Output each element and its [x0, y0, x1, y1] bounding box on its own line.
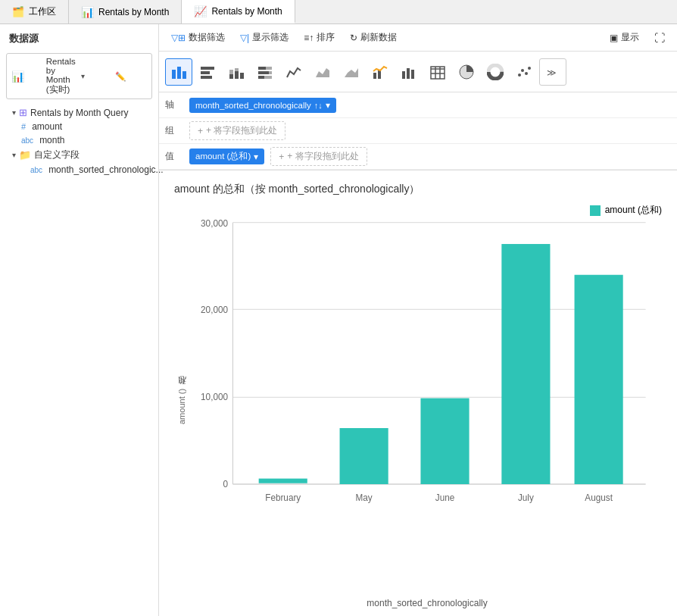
line-chart-icon: [285, 64, 302, 80]
chevron-icon-2: ▾: [12, 151, 16, 159]
svg-rect-9: [235, 68, 239, 71]
svg-rect-15: [258, 76, 264, 79]
show-filter-button[interactable]: ▽| 显示筛选: [234, 28, 295, 47]
edit-icon[interactable]: ✏️: [115, 71, 147, 82]
value-placeholder[interactable]: + + 将字段拖到此处: [270, 147, 367, 166]
value-tag[interactable]: amount (总和) ▾: [189, 149, 264, 164]
legend-color-swatch: [590, 205, 601, 216]
svg-rect-47: [259, 479, 307, 483]
tab-workbench[interactable]: 🗂️ 工作区: [0, 0, 69, 23]
svg-rect-6: [229, 74, 233, 79]
viz-scatter[interactable]: [395, 58, 423, 86]
refresh-button[interactable]: ↻ 刷新数据: [344, 28, 403, 47]
group-placeholder[interactable]: + + 将字段拖到此处: [189, 121, 285, 140]
tab-workbench-label: 工作区: [29, 5, 56, 18]
tree-row-month-sorted[interactable]: abc month_sorted_chronologic...: [0, 163, 158, 177]
bar-chart-svg: 30,000 20,000 10,000 0: [192, 204, 662, 596]
toolbar-right: ▣ 显示 ⛶: [604, 28, 671, 47]
tree-label-month-sorted: month_sorted_chronologic...: [48, 164, 163, 175]
viz-donut-chart[interactable]: [482, 58, 509, 86]
svg-text:July: July: [518, 492, 535, 503]
viz-combo-chart[interactable]: [367, 58, 394, 86]
svg-rect-23: [411, 70, 414, 79]
value-label: 值: [165, 150, 183, 163]
expand-button[interactable]: ⛶: [648, 28, 671, 47]
group-label: 组: [165, 124, 183, 137]
viz-line-chart[interactable]: [280, 58, 307, 86]
viz-table[interactable]: [424, 58, 451, 86]
svg-rect-49: [340, 428, 388, 484]
plus-icon: +: [198, 126, 203, 136]
datasource-selector[interactable]: 📊 Rentals by Month (实时) ▾ ✏️: [6, 53, 152, 99]
svg-marker-18: [345, 68, 358, 77]
chart-container: amount 的总和（按 month_sorted_chronologicall…: [159, 170, 677, 616]
filter-data-label: 数据筛选: [189, 31, 225, 44]
svg-rect-19: [373, 73, 376, 79]
bar-chart-icon: 📊: [81, 6, 94, 18]
viz-scatter-plot[interactable]: [510, 58, 538, 86]
svg-rect-12: [266, 67, 272, 70]
value-row: 值 amount (总和) ▾ + + 将字段拖到此处: [159, 144, 677, 170]
svg-rect-21: [402, 71, 405, 79]
bar-chart-2-icon: [199, 64, 216, 80]
folder-icon: 📁: [19, 149, 31, 161]
svg-text:May: May: [356, 492, 373, 503]
viz-area-chart-2[interactable]: [338, 58, 365, 86]
axis-sort-icon: ↑↓: [314, 101, 323, 110]
svg-rect-55: [575, 275, 623, 484]
viz-bar-stacked[interactable]: [223, 58, 250, 86]
tree-label-amount: amount: [32, 121, 62, 132]
field-config: 轴 month_sorted_chronologically ↑↓ ▾ 组 + …: [159, 92, 677, 170]
viz-bar-stacked-2[interactable]: [251, 58, 279, 86]
abc-icon-2: abc: [30, 166, 42, 174]
svg-rect-3: [201, 67, 214, 70]
tree-label-custom: 自定义字段: [34, 149, 80, 161]
filter-data-button[interactable]: ▽⊞ 数据筛选: [165, 28, 231, 47]
chevron-down-icon: ▾: [81, 72, 113, 80]
x-axis-label: month_sorted_chronologically: [192, 598, 662, 608]
tree-row-custom[interactable]: ▾ 📁 自定义字段: [0, 147, 158, 163]
svg-text:20,000: 20,000: [201, 305, 228, 316]
axis-value: month_sorted_chronologically: [195, 101, 311, 110]
sidebar: 数据源 📊 Rentals by Month (实时) ▾ ✏️ ▾ ⊞ Ren…: [0, 24, 159, 616]
viz-pie-chart[interactable]: [453, 58, 480, 86]
tab-rbm1[interactable]: 📊 Rentals by Month: [69, 0, 182, 23]
sort-button[interactable]: ≡↑ 排序: [298, 28, 341, 47]
area-chart-icon: [314, 64, 331, 80]
tree-row-amount[interactable]: # amount: [0, 120, 158, 133]
svg-point-34: [525, 72, 528, 75]
svg-point-33: [521, 69, 524, 72]
tree-label-month: month: [39, 135, 64, 145]
viz-more-button[interactable]: ≫: [539, 58, 566, 86]
bar-stacked-2-icon: [257, 64, 273, 80]
svg-rect-8: [235, 71, 239, 79]
chart-title: amount 的总和（按 month_sorted_chronologicall…: [174, 183, 662, 196]
axis-row: 轴 month_sorted_chronologically ↑↓ ▾: [159, 92, 677, 118]
viz-bar-chart[interactable]: [165, 58, 192, 86]
plus-icon-2: +: [279, 152, 284, 162]
tree-row-month[interactable]: abc month: [0, 133, 158, 147]
axis-tag[interactable]: month_sorted_chronologically ↑↓ ▾: [189, 98, 336, 113]
svg-rect-1: [177, 67, 181, 79]
scatter-plot-icon: [516, 64, 532, 80]
main-layout: 数据源 📊 Rentals by Month (实时) ▾ ✏️ ▾ ⊞ Ren…: [0, 24, 677, 616]
group-placeholder-text: + 将字段拖到此处: [206, 124, 277, 137]
display-button[interactable]: ▣ 显示: [604, 28, 645, 47]
value-chevron-icon: ▾: [254, 152, 258, 162]
svg-rect-5: [201, 76, 212, 79]
tab-bar: 🗂️ 工作区 📊 Rentals by Month 📈 Rentals by M…: [0, 0, 677, 24]
table-viz-icon: [429, 64, 446, 80]
svg-point-32: [518, 73, 521, 77]
tree-row-query[interactable]: ▾ ⊞ Rentals by Month Query: [0, 105, 158, 120]
axis-label: 轴: [165, 98, 183, 111]
chart-inner: amount (总和) amount (总和) 30,000 20,000 10…: [174, 204, 662, 608]
svg-text:June: June: [435, 492, 454, 503]
svg-text:February: February: [265, 492, 301, 503]
svg-rect-53: [501, 244, 550, 484]
pie-chart-icon: [458, 64, 475, 80]
viz-bar-chart-2[interactable]: [194, 58, 221, 86]
hash-icon: #: [21, 122, 26, 131]
tab-rbm2[interactable]: 📈 Rentals by Month: [182, 0, 295, 23]
svg-text:10,000: 10,000: [201, 391, 228, 402]
viz-area-chart[interactable]: [309, 58, 336, 86]
